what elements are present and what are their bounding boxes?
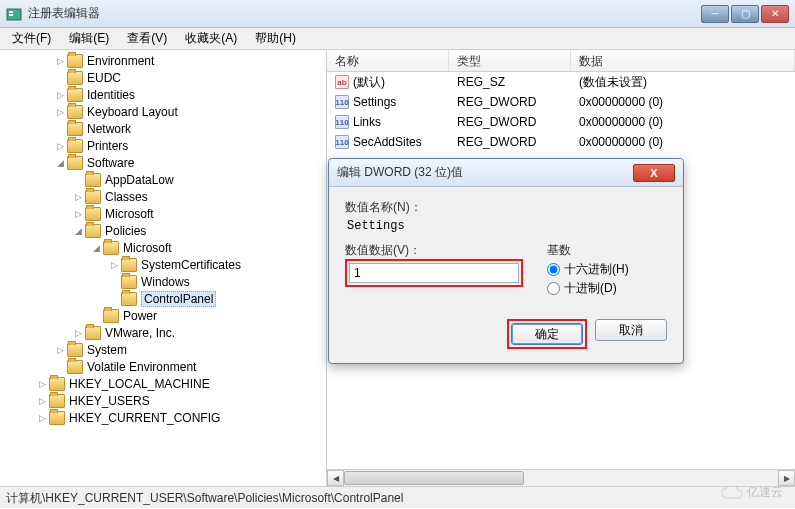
list-row[interactable]: 110LinksREG_DWORD0x00000000 (0) bbox=[327, 112, 795, 132]
tree-label: Windows bbox=[141, 275, 190, 289]
tree-node[interactable]: ◢Policies bbox=[0, 222, 326, 239]
folder-icon bbox=[121, 292, 137, 306]
folder-icon bbox=[103, 241, 119, 255]
highlight-box-ok: 确定 bbox=[507, 319, 587, 349]
folder-icon bbox=[67, 71, 83, 85]
radio-hex-row[interactable]: 十六进制(H) bbox=[547, 261, 667, 278]
tree-node[interactable]: ▷AppDataLow bbox=[0, 171, 326, 188]
expander-icon[interactable]: ▷ bbox=[36, 412, 48, 424]
menubar: 文件(F) 编辑(E) 查看(V) 收藏夹(A) 帮助(H) bbox=[0, 28, 795, 50]
expander-icon[interactable]: ▷ bbox=[36, 395, 48, 407]
dword-value-icon: 110 bbox=[335, 115, 349, 129]
window-title: 注册表编辑器 bbox=[28, 5, 701, 22]
menu-edit[interactable]: 编辑(E) bbox=[61, 28, 117, 49]
value-data-input[interactable] bbox=[349, 263, 519, 283]
tree-node[interactable]: ▷ControlPanel bbox=[0, 290, 326, 307]
tree-node[interactable]: ▷Network bbox=[0, 120, 326, 137]
tree-label: Classes bbox=[105, 190, 148, 204]
folder-icon bbox=[67, 360, 83, 374]
column-data[interactable]: 数据 bbox=[571, 50, 795, 71]
tree-node[interactable]: ▷Printers bbox=[0, 137, 326, 154]
list-body: ab(默认)REG_SZ(数值未设置)110SettingsREG_DWORD0… bbox=[327, 72, 795, 152]
value-type: REG_DWORD bbox=[449, 95, 571, 109]
menu-file[interactable]: 文件(F) bbox=[4, 28, 59, 49]
tree-node[interactable]: ◢Microsoft bbox=[0, 239, 326, 256]
list-row[interactable]: ab(默认)REG_SZ(数值未设置) bbox=[327, 72, 795, 92]
tree-node[interactable]: ▷Identities bbox=[0, 86, 326, 103]
radio-dec[interactable] bbox=[547, 282, 560, 295]
tree-label: ControlPanel bbox=[141, 291, 216, 307]
tree-node[interactable]: ▷Keyboard Layout bbox=[0, 103, 326, 120]
tree-node[interactable]: ◢Software bbox=[0, 154, 326, 171]
expander-icon[interactable]: ▷ bbox=[108, 259, 120, 271]
tree-label: Power bbox=[123, 309, 157, 323]
folder-icon bbox=[85, 207, 101, 221]
tree-node[interactable]: ▷VMware, Inc. bbox=[0, 324, 326, 341]
cancel-button[interactable]: 取消 bbox=[595, 319, 667, 341]
value-data: 0x00000000 (0) bbox=[571, 115, 795, 129]
tree-node[interactable]: ▷SystemCertificates bbox=[0, 256, 326, 273]
edit-dword-dialog: 编辑 DWORD (32 位)值 X 数值名称(N)： Settings 数值数… bbox=[328, 158, 684, 364]
tree-label: Network bbox=[87, 122, 131, 136]
tree-node[interactable]: ▷Windows bbox=[0, 273, 326, 290]
base-label: 基数 bbox=[547, 242, 667, 259]
close-button[interactable]: ✕ bbox=[761, 5, 789, 23]
maximize-button[interactable]: ▢ bbox=[731, 5, 759, 23]
tree-label: HKEY_CURRENT_CONFIG bbox=[69, 411, 220, 425]
expander-icon[interactable]: ▷ bbox=[72, 208, 84, 220]
expander-icon[interactable]: ▷ bbox=[54, 140, 66, 152]
tree-label: Microsoft bbox=[105, 207, 154, 221]
value-data: (数值未设置) bbox=[571, 74, 795, 91]
expander-icon[interactable]: ▷ bbox=[54, 89, 66, 101]
tree-label: HKEY_USERS bbox=[69, 394, 150, 408]
value-name: SecAddSites bbox=[353, 135, 422, 149]
expander-icon[interactable]: ▷ bbox=[54, 106, 66, 118]
expander-icon[interactable]: ▷ bbox=[36, 378, 48, 390]
tree-node[interactable]: ▷System bbox=[0, 341, 326, 358]
folder-icon bbox=[49, 411, 65, 425]
folder-icon bbox=[67, 122, 83, 136]
tree-label: Policies bbox=[105, 224, 146, 238]
scroll-left-icon[interactable]: ◀ bbox=[327, 470, 344, 486]
expander-icon[interactable]: ▷ bbox=[54, 344, 66, 356]
menu-view[interactable]: 查看(V) bbox=[119, 28, 175, 49]
ok-button[interactable]: 确定 bbox=[511, 323, 583, 345]
folder-icon bbox=[67, 105, 83, 119]
menu-favorites[interactable]: 收藏夹(A) bbox=[177, 28, 245, 49]
radio-dec-row[interactable]: 十进制(D) bbox=[547, 280, 667, 297]
expander-icon[interactable]: ▷ bbox=[54, 55, 66, 67]
scroll-track[interactable] bbox=[344, 470, 778, 486]
tree-node[interactable]: ▷Microsoft bbox=[0, 205, 326, 222]
tree-node[interactable]: ▷Volatile Environment bbox=[0, 358, 326, 375]
scroll-thumb[interactable] bbox=[344, 471, 524, 485]
dialog-body: 数值名称(N)： Settings 数值数据(V)： 基数 十六进制(H) 十进… bbox=[329, 187, 683, 311]
tree-node[interactable]: ▷Environment bbox=[0, 52, 326, 69]
dialog-titlebar[interactable]: 编辑 DWORD (32 位)值 X bbox=[329, 159, 683, 187]
tree-node[interactable]: ▷HKEY_LOCAL_MACHINE bbox=[0, 375, 326, 392]
tree-pane[interactable]: ▷Environment▷EUDC▷Identities▷Keyboard La… bbox=[0, 50, 327, 486]
radio-hex[interactable] bbox=[547, 263, 560, 276]
expander-icon[interactable]: ◢ bbox=[72, 225, 84, 237]
column-type[interactable]: 类型 bbox=[449, 50, 571, 71]
minimize-button[interactable]: ─ bbox=[701, 5, 729, 23]
list-row[interactable]: 110SettingsREG_DWORD0x00000000 (0) bbox=[327, 92, 795, 112]
tree-node[interactable]: ▷Power bbox=[0, 307, 326, 324]
list-row[interactable]: 110SecAddSitesREG_DWORD0x00000000 (0) bbox=[327, 132, 795, 152]
dword-value-icon: 110 bbox=[335, 95, 349, 109]
tree-node[interactable]: ▷EUDC bbox=[0, 69, 326, 86]
cloud-icon bbox=[721, 486, 743, 500]
value-data-label: 数值数据(V)： bbox=[345, 242, 523, 259]
expander-icon[interactable]: ▷ bbox=[72, 191, 84, 203]
folder-icon bbox=[85, 224, 101, 238]
column-name[interactable]: 名称 bbox=[327, 50, 449, 71]
expander-icon[interactable]: ◢ bbox=[54, 157, 66, 169]
tree-node[interactable]: ▷Classes bbox=[0, 188, 326, 205]
folder-icon bbox=[49, 377, 65, 391]
tree-node[interactable]: ▷HKEY_USERS bbox=[0, 392, 326, 409]
dialog-close-button[interactable]: X bbox=[633, 164, 675, 182]
expander-icon[interactable]: ◢ bbox=[90, 242, 102, 254]
menu-help[interactable]: 帮助(H) bbox=[247, 28, 304, 49]
tree-label: Identities bbox=[87, 88, 135, 102]
tree-node[interactable]: ▷HKEY_CURRENT_CONFIG bbox=[0, 409, 326, 426]
expander-icon[interactable]: ▷ bbox=[72, 327, 84, 339]
